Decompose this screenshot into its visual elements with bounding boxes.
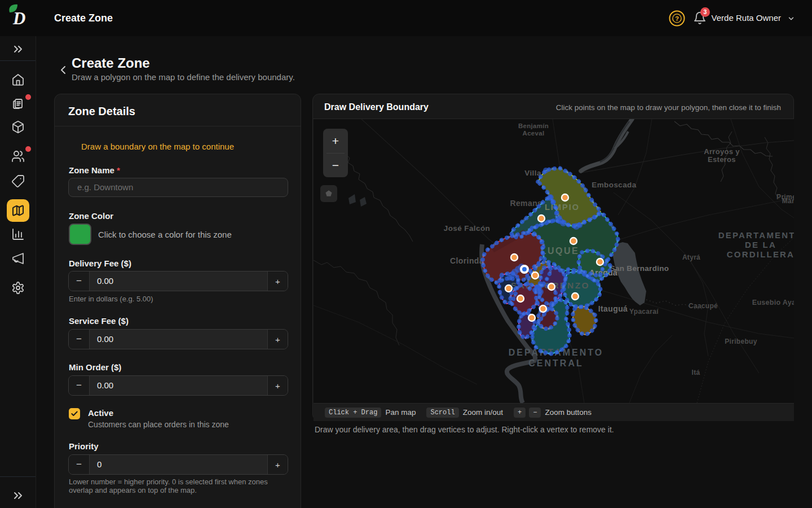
- svg-text:Eusebio Ayala: Eusebio Ayala: [752, 299, 794, 306]
- svg-text:Caacupé: Caacupé: [689, 302, 718, 310]
- svg-text:José Falcón: José Falcón: [444, 224, 490, 233]
- svg-text:Itauguá: Itauguá: [598, 304, 628, 313]
- svg-text:D: D: [12, 8, 25, 28]
- svg-text:Aceval: Aceval: [523, 130, 545, 137]
- svg-text:DE LA: DE LA: [745, 240, 776, 249]
- svg-text:CORDILLERA: CORDILLERA: [727, 249, 794, 259]
- svg-text:Benjamín: Benjamín: [518, 122, 549, 129]
- svg-text:Atyrá: Atyrá: [682, 253, 700, 261]
- svg-text:Esteros: Esteros: [708, 155, 736, 164]
- svg-text:Marz: Marz: [782, 197, 794, 205]
- svg-text:LIMPIO: LIMPIO: [545, 203, 580, 212]
- svg-text:Arroyos y: Arroyos y: [704, 147, 740, 156]
- svg-text:Piribebuy: Piribebuy: [725, 338, 757, 345]
- svg-text:Ypacaraí: Ypacaraí: [629, 308, 659, 316]
- svg-text:LUQUE: LUQUE: [541, 246, 580, 256]
- svg-text:Emboscada: Emboscada: [592, 181, 636, 189]
- svg-text:?: ?: [675, 15, 679, 22]
- svg-text:CENTRAL: CENTRAL: [528, 358, 583, 368]
- svg-text:DEPARTAMENTO: DEPARTAMENTO: [718, 230, 794, 240]
- svg-text:Itá: Itá: [692, 369, 700, 376]
- svg-text:San Bernardino: San Bernardino: [610, 264, 669, 273]
- svg-text:Clorinda: Clorinda: [450, 256, 484, 265]
